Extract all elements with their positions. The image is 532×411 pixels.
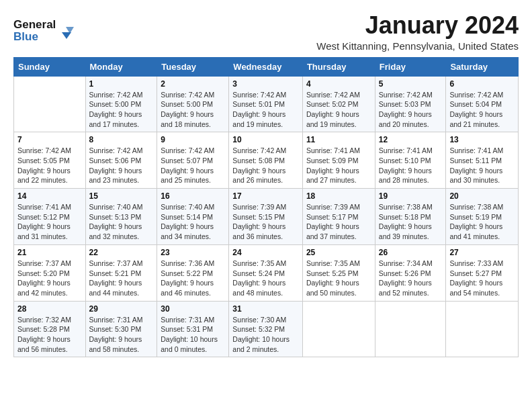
day-info: Sunrise: 7:42 AM Sunset: 5:04 PM Dayligh…: [449, 90, 515, 130]
day-number: 30: [161, 304, 225, 314]
day-cell: [14, 76, 86, 132]
day-cell: 1Sunrise: 7:42 AM Sunset: 5:00 PM Daylig…: [85, 76, 157, 132]
day-cell: 14Sunrise: 7:41 AM Sunset: 5:12 PM Dayli…: [14, 189, 86, 245]
col-wednesday: Wednesday: [229, 57, 303, 76]
day-info: Sunrise: 7:31 AM Sunset: 5:30 PM Dayligh…: [89, 315, 154, 355]
day-cell: 10Sunrise: 7:42 AM Sunset: 5:08 PM Dayli…: [229, 132, 303, 189]
day-number: 16: [161, 191, 225, 201]
day-cell: 19Sunrise: 7:38 AM Sunset: 5:18 PM Dayli…: [375, 189, 446, 245]
day-info: Sunrise: 7:42 AM Sunset: 5:05 PM Dayligh…: [17, 146, 82, 185]
day-info: Sunrise: 7:32 AM Sunset: 5:28 PM Dayligh…: [17, 315, 82, 355]
day-cell: [302, 301, 375, 357]
day-number: 9: [161, 135, 225, 144]
day-info: Sunrise: 7:39 AM Sunset: 5:15 PM Dayligh…: [232, 202, 299, 242]
day-number: 2: [161, 79, 225, 89]
day-info: Sunrise: 7:42 AM Sunset: 5:03 PM Dayligh…: [379, 90, 443, 130]
day-number: 6: [449, 79, 515, 89]
day-cell: 27Sunrise: 7:33 AM Sunset: 5:27 PM Dayli…: [446, 244, 519, 301]
day-info: Sunrise: 7:42 AM Sunset: 5:01 PM Dayligh…: [232, 90, 299, 130]
day-number: 7: [17, 135, 82, 144]
location: West Kittanning, Pennsylvania, United St…: [316, 40, 519, 52]
day-info: Sunrise: 7:41 AM Sunset: 5:09 PM Dayligh…: [306, 146, 371, 185]
day-number: 21: [17, 248, 82, 257]
day-number: 24: [232, 248, 299, 257]
col-sunday: Sunday: [14, 57, 86, 76]
day-info: Sunrise: 7:36 AM Sunset: 5:22 PM Dayligh…: [161, 259, 225, 298]
week-row-4: 28Sunrise: 7:32 AM Sunset: 5:28 PM Dayli…: [14, 301, 519, 357]
day-info: Sunrise: 7:35 AM Sunset: 5:24 PM Dayligh…: [232, 259, 299, 298]
day-cell: 8Sunrise: 7:42 AM Sunset: 5:06 PM Daylig…: [85, 132, 157, 189]
day-info: Sunrise: 7:37 AM Sunset: 5:20 PM Dayligh…: [17, 259, 82, 298]
day-number: 28: [17, 304, 82, 314]
day-cell: 28Sunrise: 7:32 AM Sunset: 5:28 PM Dayli…: [14, 301, 86, 357]
svg-text:General: General: [13, 18, 56, 31]
col-thursday: Thursday: [302, 57, 375, 76]
week-row-1: 7Sunrise: 7:42 AM Sunset: 5:05 PM Daylig…: [14, 132, 519, 189]
day-info: Sunrise: 7:40 AM Sunset: 5:13 PM Dayligh…: [89, 202, 154, 242]
week-row-0: 1Sunrise: 7:42 AM Sunset: 5:00 PM Daylig…: [14, 76, 519, 132]
day-info: Sunrise: 7:31 AM Sunset: 5:31 PM Dayligh…: [161, 315, 225, 355]
day-info: Sunrise: 7:41 AM Sunset: 5:11 PM Dayligh…: [449, 146, 515, 185]
day-number: 17: [232, 191, 299, 201]
day-cell: 9Sunrise: 7:42 AM Sunset: 5:07 PM Daylig…: [157, 132, 229, 189]
day-cell: 16Sunrise: 7:40 AM Sunset: 5:14 PM Dayli…: [157, 189, 229, 245]
day-number: 18: [306, 191, 371, 201]
day-cell: 31Sunrise: 7:30 AM Sunset: 5:32 PM Dayli…: [229, 301, 303, 357]
day-info: Sunrise: 7:38 AM Sunset: 5:19 PM Dayligh…: [449, 202, 515, 242]
day-number: 15: [89, 191, 154, 201]
header: General Blue January 2024 West Kittannin…: [13, 12, 519, 52]
day-cell: 5Sunrise: 7:42 AM Sunset: 5:03 PM Daylig…: [375, 76, 446, 132]
day-number: 31: [232, 304, 299, 314]
day-info: Sunrise: 7:33 AM Sunset: 5:27 PM Dayligh…: [449, 259, 515, 298]
day-cell: 4Sunrise: 7:42 AM Sunset: 5:02 PM Daylig…: [302, 76, 375, 132]
day-number: 14: [17, 191, 82, 201]
day-cell: 29Sunrise: 7:31 AM Sunset: 5:30 PM Dayli…: [85, 301, 157, 357]
day-info: Sunrise: 7:42 AM Sunset: 5:00 PM Dayligh…: [161, 90, 225, 130]
day-info: Sunrise: 7:42 AM Sunset: 5:00 PM Dayligh…: [89, 90, 154, 130]
day-cell: 25Sunrise: 7:35 AM Sunset: 5:25 PM Dayli…: [302, 244, 375, 301]
day-cell: 13Sunrise: 7:41 AM Sunset: 5:11 PM Dayli…: [446, 132, 519, 189]
week-row-3: 21Sunrise: 7:37 AM Sunset: 5:20 PM Dayli…: [14, 244, 519, 301]
week-row-2: 14Sunrise: 7:41 AM Sunset: 5:12 PM Dayli…: [14, 189, 519, 245]
day-cell: 21Sunrise: 7:37 AM Sunset: 5:20 PM Dayli…: [14, 244, 86, 301]
day-number: 10: [232, 135, 299, 144]
day-cell: [446, 301, 519, 357]
col-friday: Friday: [375, 57, 446, 76]
day-number: 20: [449, 191, 515, 201]
day-cell: 23Sunrise: 7:36 AM Sunset: 5:22 PM Dayli…: [157, 244, 229, 301]
day-cell: 6Sunrise: 7:42 AM Sunset: 5:04 PM Daylig…: [446, 76, 519, 132]
day-number: 3: [232, 79, 299, 89]
col-saturday: Saturday: [446, 57, 519, 76]
day-cell: [375, 301, 446, 357]
day-info: Sunrise: 7:34 AM Sunset: 5:26 PM Dayligh…: [379, 259, 443, 298]
day-number: 25: [306, 248, 371, 257]
svg-text:Blue: Blue: [13, 30, 38, 43]
day-info: Sunrise: 7:42 AM Sunset: 5:06 PM Dayligh…: [89, 146, 154, 185]
day-number: 19: [379, 191, 443, 201]
day-cell: 7Sunrise: 7:42 AM Sunset: 5:05 PM Daylig…: [14, 132, 86, 189]
day-cell: 22Sunrise: 7:37 AM Sunset: 5:21 PM Dayli…: [85, 244, 157, 301]
day-cell: 2Sunrise: 7:42 AM Sunset: 5:00 PM Daylig…: [157, 76, 229, 132]
calendar-table: Sunday Monday Tuesday Wednesday Thursday…: [13, 57, 519, 358]
month-title: January 2024: [316, 12, 519, 39]
day-info: Sunrise: 7:30 AM Sunset: 5:32 PM Dayligh…: [232, 315, 299, 355]
day-cell: 3Sunrise: 7:42 AM Sunset: 5:01 PM Daylig…: [229, 76, 303, 132]
day-cell: 12Sunrise: 7:41 AM Sunset: 5:10 PM Dayli…: [375, 132, 446, 189]
day-info: Sunrise: 7:42 AM Sunset: 5:08 PM Dayligh…: [232, 146, 299, 185]
day-number: 5: [379, 79, 443, 89]
day-cell: 26Sunrise: 7:34 AM Sunset: 5:26 PM Dayli…: [375, 244, 446, 301]
day-info: Sunrise: 7:42 AM Sunset: 5:02 PM Dayligh…: [306, 90, 371, 130]
day-info: Sunrise: 7:41 AM Sunset: 5:10 PM Dayligh…: [379, 146, 443, 185]
day-number: 27: [449, 248, 515, 257]
day-number: 8: [89, 135, 154, 144]
header-row: Sunday Monday Tuesday Wednesday Thursday…: [14, 57, 519, 76]
day-cell: 11Sunrise: 7:41 AM Sunset: 5:09 PM Dayli…: [302, 132, 375, 189]
day-cell: 24Sunrise: 7:35 AM Sunset: 5:24 PM Dayli…: [229, 244, 303, 301]
day-number: 22: [89, 248, 154, 257]
day-number: 11: [306, 135, 371, 144]
logo-text: General Blue: [13, 15, 74, 47]
logo: General Blue: [13, 15, 74, 47]
day-number: 29: [89, 304, 154, 314]
day-cell: 18Sunrise: 7:39 AM Sunset: 5:17 PM Dayli…: [302, 189, 375, 245]
day-number: 23: [161, 248, 225, 257]
